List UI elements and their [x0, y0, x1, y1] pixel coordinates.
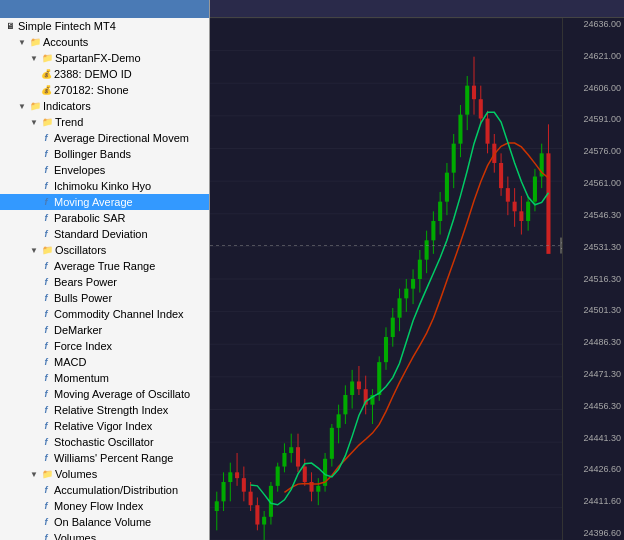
tree-label-spartanfx: SpartanFX-Demo — [55, 52, 141, 64]
chart-header — [210, 0, 624, 18]
indicator-icon: f — [40, 500, 52, 512]
tree-item-parabolic[interactable]: fParabolic SAR — [0, 210, 209, 226]
indicator-icon: f — [40, 404, 52, 416]
tree-item-std-dev[interactable]: fStandard Deviation — [0, 226, 209, 242]
tree-item-accum[interactable]: fAccumulation/Distribution — [0, 482, 209, 498]
indicator-icon: f — [40, 388, 52, 400]
tree-item-ma[interactable]: fMoving Average — [0, 194, 209, 210]
tree-label-accounts: Accounts — [43, 36, 88, 48]
tree-label-atr: Average True Range — [54, 260, 155, 272]
tree-item-accounts[interactable]: ▼📁Accounts — [0, 34, 209, 50]
tree-label-demo-id: 2388: DEMO ID — [54, 68, 132, 80]
tree-item-mfi[interactable]: fMoney Flow Index — [0, 498, 209, 514]
indicator-icon: f — [40, 212, 52, 224]
tree-item-mao[interactable]: fMoving Average of Oscillato — [0, 386, 209, 402]
price-label-0: 24636.00 — [563, 20, 624, 29]
tree-item-rsi[interactable]: fRelative Strength Index — [0, 402, 209, 418]
tree-label-volumes: Volumes — [55, 468, 97, 480]
tree-item-volumes[interactable]: ▼📁Volumes — [0, 466, 209, 482]
indicator-icon: f — [40, 516, 52, 528]
tree-label-bb: Bollinger Bands — [54, 148, 131, 160]
tree-item-macd[interactable]: fMACD — [0, 354, 209, 370]
tree-item-wpr[interactable]: fWilliams' Percent Range — [0, 450, 209, 466]
tree-item-bears[interactable]: fBears Power — [0, 274, 209, 290]
tree-item-obv[interactable]: fOn Balance Volume — [0, 514, 209, 530]
tree-item-bulls[interactable]: fBulls Power — [0, 290, 209, 306]
price-label-9: 24501.30 — [563, 306, 624, 315]
price-label-4: 24576.00 — [563, 147, 624, 156]
tree-item-rvi[interactable]: fRelative Vigor Index — [0, 418, 209, 434]
tree-item-force[interactable]: fForce Index — [0, 338, 209, 354]
indicator-icon: f — [40, 436, 52, 448]
tree-label-demarker: DeMarker — [54, 324, 102, 336]
tree-label-mfi: Money Flow Index — [54, 500, 143, 512]
tree-label-indicators: Indicators — [43, 100, 91, 112]
tree-item-indicators[interactable]: ▼📁Indicators — [0, 98, 209, 114]
indicator-icon: f — [40, 420, 52, 432]
tree-item-bb[interactable]: fBollinger Bands — [0, 146, 209, 162]
indicator-icon: f — [40, 228, 52, 240]
tree-label-bears: Bears Power — [54, 276, 117, 288]
tree-label-shone: 270182: Shone — [54, 84, 129, 96]
price-label-12: 24456.30 — [563, 402, 624, 411]
tree-item-shone[interactable]: 💰270182: Shone — [0, 82, 209, 98]
tree-item-spartanfx[interactable]: ▼📁SpartanFX-Demo — [0, 50, 209, 66]
tree-item-momentum[interactable]: fMomentum — [0, 370, 209, 386]
indicator-icon: f — [40, 356, 52, 368]
tree-item-vol[interactable]: fVolumes — [0, 530, 209, 540]
price-label-13: 24441.30 — [563, 434, 624, 443]
tree-item-envelopes[interactable]: fEnvelopes — [0, 162, 209, 178]
tree-label-vol: Volumes — [54, 532, 96, 540]
price-label-15: 24411.60 — [563, 497, 624, 506]
tree-label-force: Force Index — [54, 340, 112, 352]
navigator-tree: 🖥Simple Fintech MT4▼📁Accounts▼📁SpartanFX… — [0, 18, 209, 540]
folder-icon: 📁 — [41, 468, 53, 480]
tree-label-parabolic: Parabolic SAR — [54, 212, 126, 224]
indicator-icon: f — [40, 276, 52, 288]
tree-item-oscillators[interactable]: ▼📁Oscillators — [0, 242, 209, 258]
indicator-icon: f — [40, 452, 52, 464]
tree-label-std-dev: Standard Deviation — [54, 228, 148, 240]
expand-icon: ▼ — [16, 36, 28, 48]
tree-label-mao: Moving Average of Oscillato — [54, 388, 190, 400]
indicator-icon: f — [40, 372, 52, 384]
tree-item-atr[interactable]: fAverage True Range — [0, 258, 209, 274]
candlestick-chart — [210, 18, 562, 540]
tree-item-trend[interactable]: ▼📁Trend — [0, 114, 209, 130]
tree-item-demarker[interactable]: fDeMarker — [0, 322, 209, 338]
price-label-6: 24546.30 — [563, 211, 624, 220]
price-label-8: 24516.30 — [563, 275, 624, 284]
expand-icon: ▼ — [28, 244, 40, 256]
price-label-16: 24396.60 — [563, 529, 624, 538]
tree-label-obv: On Balance Volume — [54, 516, 151, 528]
tree-item-ichimoku[interactable]: fIchimoku Kinko Hyo — [0, 178, 209, 194]
navigator-panel: 🖥Simple Fintech MT4▼📁Accounts▼📁SpartanFX… — [0, 0, 210, 540]
expand-icon: ▼ — [28, 52, 40, 64]
tree-label-rvi: Relative Vigor Index — [54, 420, 152, 432]
tree-label-ma: Moving Average — [54, 196, 133, 208]
tree-item-stoch[interactable]: fStochastic Oscillator — [0, 434, 209, 450]
tree-item-cci[interactable]: fCommodity Channel Index — [0, 306, 209, 322]
tree-label-wpr: Williams' Percent Range — [54, 452, 173, 464]
chart-canvas[interactable]: 24636.0024621.0024606.0024591.0024576.00… — [210, 18, 624, 540]
indicator-icon: f — [40, 292, 52, 304]
tree-item-demo-id[interactable]: 💰2388: DEMO ID — [0, 66, 209, 82]
tree-item-simple-fintech[interactable]: 🖥Simple Fintech MT4 — [0, 18, 209, 34]
indicator-icon: f — [40, 484, 52, 496]
indicator-icon: f — [40, 324, 52, 336]
indicator-icon: f — [40, 340, 52, 352]
indicator-icon: f — [40, 532, 52, 540]
tree-item-adm[interactable]: fAverage Directional Movem — [0, 130, 209, 146]
tree-label-simple-fintech: Simple Fintech MT4 — [18, 20, 116, 32]
navigator-header — [0, 0, 209, 18]
tree-label-envelopes: Envelopes — [54, 164, 105, 176]
price-label-14: 24426.60 — [563, 465, 624, 474]
expand-icon: ▼ — [16, 100, 28, 112]
tree-label-macd: MACD — [54, 356, 86, 368]
tree-label-trend: Trend — [55, 116, 83, 128]
chart-area: 24636.0024621.0024606.0024591.0024576.00… — [210, 0, 624, 540]
price-label-1: 24621.00 — [563, 52, 624, 61]
indicator-icon: f — [40, 260, 52, 272]
tree-label-adm: Average Directional Movem — [54, 132, 189, 144]
folder-icon: 📁 — [41, 244, 53, 256]
